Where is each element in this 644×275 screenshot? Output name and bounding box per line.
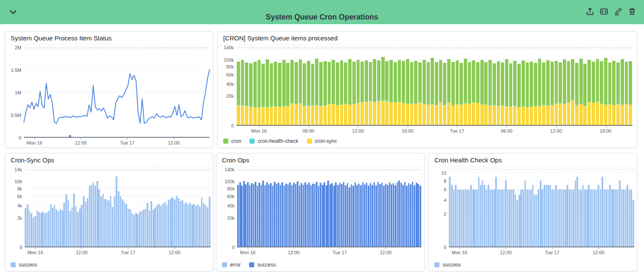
bar-segment-cron-sync — [377, 101, 380, 125]
bar-segment-success — [68, 200, 69, 247]
bar-segment-cron-sync — [410, 103, 414, 125]
bar-segment-cron — [480, 60, 484, 104]
bar-segment-cron — [439, 60, 443, 102]
bar-segment-cron-health-check — [340, 104, 343, 105]
bar-segment-success — [341, 184, 343, 247]
bar-segment-success — [370, 183, 372, 247]
y-tick-label: 0 — [444, 245, 446, 250]
bar-segment-success — [316, 182, 318, 247]
bar-segment-success — [258, 183, 260, 247]
bar-segment-success — [251, 183, 252, 247]
bar-segment-cron — [468, 62, 471, 103]
edit-pencil-icon[interactable] — [614, 7, 622, 16]
bar-segment-cron — [249, 63, 252, 106]
bar-segment-success — [345, 185, 346, 247]
bar-segment-cron-sync — [303, 106, 306, 125]
bar-segment-cron-sync — [538, 106, 542, 125]
bar-segment-cron — [587, 60, 591, 102]
bar-segment-success — [182, 200, 183, 247]
bar-segment-success — [272, 186, 274, 247]
legend-label: error — [230, 262, 241, 268]
bar-segment-success — [207, 207, 208, 247]
y-axis: 020k40k60k80k100k140k — [218, 170, 235, 247]
copy-to-dashboard-icon[interactable] — [600, 7, 608, 16]
bar-segment-cron-health-check — [414, 103, 417, 104]
legend-item-success[interactable]: success — [434, 262, 461, 268]
panel-system-queue-process-item-status: System Queue Process Item Status 00.5M1M… — [5, 31, 213, 148]
x-tick-mark — [552, 247, 553, 249]
legend-item-cron[interactable]: cron — [223, 138, 241, 144]
x-tick-label: 12:00 — [288, 250, 300, 255]
y-axis: 020k40k60k80k100k140k — [217, 48, 234, 126]
x-tick-mark — [606, 126, 606, 128]
plot-area[interactable]: Mon 1612:00Tue 1712:00 — [237, 170, 421, 247]
bar-segment-success — [351, 184, 352, 247]
legend-swatch — [249, 262, 254, 267]
x-tick-mark — [599, 247, 599, 249]
bar-segment-cron-health-check — [245, 105, 248, 106]
bar-segment-success — [607, 190, 609, 247]
bar-segment-cron-health-check — [369, 101, 372, 101]
bar-segment-success — [62, 210, 63, 247]
plot-area[interactable]: Mon 1612:00Tue 1712:00 — [25, 170, 210, 247]
bar-segment-cron-health-check — [509, 106, 513, 107]
bar-segment-cron-health-check — [241, 105, 244, 105]
bar-segment-cron-sync — [344, 104, 347, 125]
bar-segment-cron-health-check — [282, 106, 286, 106]
bar-segment-success — [291, 185, 293, 247]
share-export-icon[interactable] — [586, 7, 594, 16]
bar-segment-success — [398, 181, 400, 247]
bar-segment-success — [472, 190, 474, 247]
x-tick-mark — [457, 126, 457, 128]
bar-segment-success — [203, 204, 204, 247]
bar-segment-cron-health-check — [402, 102, 405, 103]
bar-segment-cron — [608, 62, 612, 104]
bar-segment-success — [331, 183, 333, 247]
legend-item-success[interactable]: success — [249, 262, 275, 268]
bar-segment-success — [588, 185, 590, 247]
bar-segment-cron — [464, 59, 467, 102]
bar-segment-success — [301, 183, 302, 247]
bar-segment-cron-sync — [406, 103, 409, 125]
bar-segment-success — [310, 185, 312, 247]
y-tick-label: 14k — [14, 167, 22, 172]
bar-segment-success — [124, 202, 125, 247]
bar-segment-cron — [542, 62, 545, 105]
legend-swatch — [250, 139, 255, 144]
grid-line — [449, 180, 634, 181]
bar-segment-cron-sync — [480, 104, 484, 125]
bar-segment-success — [604, 190, 605, 247]
grid-line — [25, 188, 210, 188]
bar-segment-success — [176, 196, 178, 247]
bar-segment-success — [253, 184, 255, 247]
bar-segment-cron — [526, 62, 529, 107]
legend-item-cron-health-check[interactable]: cron-health-check — [250, 138, 298, 144]
bar-segment-cron-health-check — [587, 102, 591, 102]
bar-segment-success — [374, 182, 375, 247]
bar-segment-success — [153, 210, 154, 247]
plot-area[interactable]: Mon 1612:00Tue 1712:00 — [24, 48, 210, 138]
legend-item-error[interactable]: error — [222, 262, 241, 268]
bar-segment-cron — [319, 62, 323, 105]
delete-trash-icon[interactable] — [628, 7, 636, 16]
bar-segment-cron-sync — [604, 105, 607, 125]
bar-segment-cron — [311, 64, 315, 105]
legend-item-success[interactable]: success — [11, 262, 37, 268]
x-tick-mark — [556, 126, 556, 128]
bar-segment-cron-health-check — [456, 103, 459, 104]
y-tick-label: 6k — [17, 194, 22, 199]
x-tick-label: 18:00 — [600, 128, 612, 133]
bar-segment-success — [58, 212, 60, 247]
legend-item-cron-sync[interactable]: cron-sync — [307, 138, 337, 144]
bar-segment-cron-health-check — [274, 106, 277, 106]
bar-segment-success — [573, 190, 574, 247]
plot-area[interactable]: Mon 1606:0012:0018:00Tue 1706:0012:0018:… — [236, 48, 633, 126]
bar-segment-success — [457, 190, 459, 247]
plot-area[interactable]: Mon 1612:00Tue 1712:00 — [449, 170, 634, 247]
y-tick-label: 0.5M — [11, 113, 21, 118]
bar-segment-cron-health-check — [258, 107, 261, 108]
bar-segment-cron-sync — [587, 102, 591, 125]
bar-segment-success — [89, 186, 91, 247]
bar-segment-cron — [497, 61, 500, 105]
stacked-bar-chart: 020k40k60k80k100k140k Mon 1612:00Tue 171… — [237, 170, 421, 247]
